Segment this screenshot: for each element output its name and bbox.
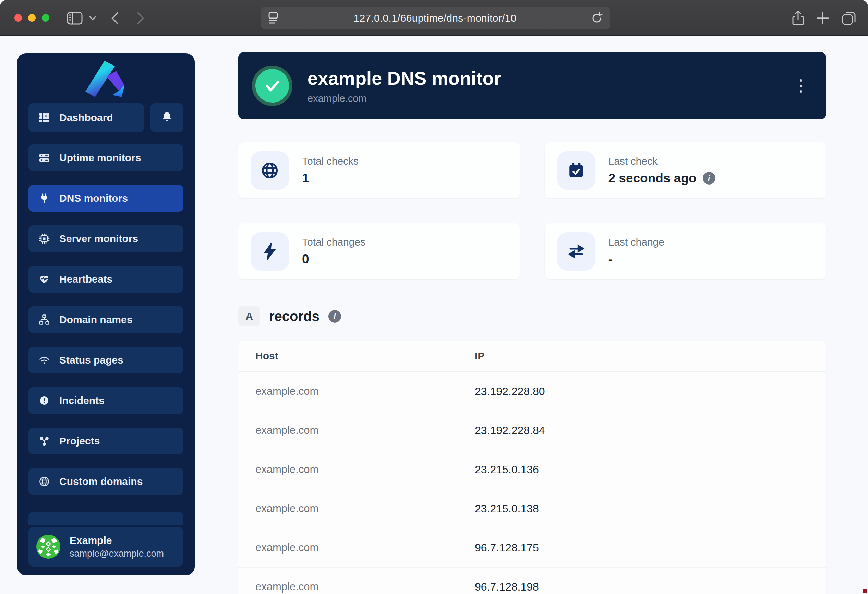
sidebar-item-incidents[interactable]: Incidents xyxy=(28,387,183,414)
sidebar-item-label: Custom domains xyxy=(59,476,143,487)
sidebar-item-label: Dashboard xyxy=(59,112,113,123)
stat-value: - xyxy=(608,252,613,266)
records-title: records xyxy=(269,309,319,324)
bolt-icon xyxy=(251,232,289,270)
dashboard-grid-icon xyxy=(38,112,50,123)
stat-card-total-checks: Total checks 1 xyxy=(238,142,520,198)
ip-cell: 23.215.0.138 xyxy=(475,502,539,515)
globe-icon xyxy=(251,151,289,190)
column-header-ip: IP xyxy=(475,350,484,362)
host-cell: example.com xyxy=(255,385,475,397)
stat-value: 2 seconds ago xyxy=(608,171,697,186)
sidebar-item-domain-names[interactable]: Domain names xyxy=(28,306,183,333)
table-row: example.com 23.192.228.84 xyxy=(238,411,826,450)
reload-icon[interactable] xyxy=(591,12,603,24)
url-text[interactable]: 127.0.0.1/66uptime/dns-monitor/10 xyxy=(279,12,591,24)
sidebar-item-partial[interactable] xyxy=(28,512,183,525)
server-stack-icon xyxy=(38,152,50,164)
globe-icon xyxy=(38,476,50,487)
sidebar-item-label: Incidents xyxy=(59,395,105,406)
stat-label: Total changes xyxy=(302,236,365,248)
sidebar-item-label: Uptime monitors xyxy=(59,152,141,164)
sidebar-item-uptime-monitors[interactable]: Uptime monitors xyxy=(28,144,183,171)
sidebar-item-label: Server monitors xyxy=(59,233,138,245)
table-row: example.com 96.7.128.198 xyxy=(238,567,826,594)
user-email: sample@example.com xyxy=(69,548,164,559)
browser-toolbar: 127.0.0.1/66uptime/dns-monitor/10 xyxy=(0,0,868,36)
stat-card-last-change: Last change - xyxy=(545,223,827,279)
tab-overview-icon[interactable] xyxy=(838,0,859,36)
app-logo xyxy=(28,59,183,98)
stats-grid: Total checks 1 Last check 2 seco xyxy=(238,142,826,279)
record-type-badge: A xyxy=(238,306,260,326)
exchange-arrows-icon xyxy=(557,232,595,270)
table-row: example.com 96.7.128.175 xyxy=(238,529,826,567)
sidebar-item-projects[interactable]: Projects xyxy=(28,428,183,454)
info-icon[interactable]: i xyxy=(703,172,716,185)
sidebar-item-label: Domain names xyxy=(59,314,132,325)
monitor-title: example DNS monitor xyxy=(307,68,501,89)
reader-view-icon[interactable] xyxy=(267,10,279,26)
sidebar-item-dns-monitors[interactable]: DNS monitors xyxy=(28,185,183,211)
sidebar-item-status-pages[interactable]: Status pages xyxy=(28,347,183,374)
window-close-button[interactable] xyxy=(15,14,22,22)
stat-label: Last check xyxy=(608,155,716,167)
host-cell: example.com xyxy=(255,542,475,554)
monitor-domain: example.com xyxy=(307,93,501,104)
screen: 127.0.0.1/66uptime/dns-monitor/10 xyxy=(0,0,868,594)
forward-button-icon[interactable] xyxy=(132,0,149,36)
stat-card-last-check: Last check 2 seconds ago i xyxy=(545,142,827,198)
alert-circle-icon xyxy=(38,395,50,406)
notifications-button[interactable] xyxy=(150,103,183,132)
main-content: example DNS monitor example.com Total ch… xyxy=(238,36,826,594)
host-cell: example.com xyxy=(255,502,475,515)
window-zoom-button[interactable] xyxy=(42,14,49,22)
stat-label: Total checks xyxy=(302,155,359,167)
stat-card-total-changes: Total changes 0 xyxy=(238,223,520,279)
host-cell: example.com xyxy=(255,463,475,476)
screen-artifact xyxy=(862,588,867,593)
new-tab-icon[interactable] xyxy=(813,0,833,36)
calendar-check-icon xyxy=(557,151,595,190)
monitor-header-card: example DNS monitor example.com xyxy=(238,52,826,119)
bell-icon xyxy=(161,111,173,124)
share-icon[interactable] xyxy=(788,0,807,36)
plug-icon xyxy=(38,192,50,204)
user-profile-card[interactable]: Example sample@example.com xyxy=(28,527,183,567)
status-up-check-icon xyxy=(252,65,292,106)
chevron-down-icon[interactable] xyxy=(86,0,99,36)
cpu-icon xyxy=(38,233,50,245)
sidebar-item-label: Status pages xyxy=(59,354,123,366)
info-icon[interactable]: i xyxy=(328,310,341,323)
column-header-host: Host xyxy=(255,350,475,362)
stat-value: 0 xyxy=(302,252,309,266)
wifi-icon xyxy=(38,354,50,366)
table-row: example.com 23.215.0.136 xyxy=(238,450,826,489)
ip-cell: 23.192.228.84 xyxy=(475,424,545,437)
sidebar-item-server-monitors[interactable]: Server monitors xyxy=(28,225,183,252)
sidebar-item-dashboard[interactable]: Dashboard xyxy=(28,103,144,132)
table-row: example.com 23.215.0.138 xyxy=(238,489,826,529)
back-button-icon[interactable] xyxy=(106,0,123,36)
sidebar-item-heartbeats[interactable]: Heartbeats xyxy=(28,266,183,293)
heart-pulse-icon xyxy=(38,273,50,285)
sidebar-item-label: Heartbeats xyxy=(59,273,112,285)
sidebar-toggle-icon[interactable] xyxy=(65,0,84,36)
host-cell: example.com xyxy=(255,581,475,593)
records-table: Host IP example.com 23.192.228.80 exampl… xyxy=(238,341,826,594)
table-header-row: Host IP xyxy=(238,341,826,372)
sidebar: Dashboard Uptime mon xyxy=(17,53,195,575)
user-name: Example xyxy=(69,535,164,546)
window-minimize-button[interactable] xyxy=(28,14,35,22)
ip-cell: 96.7.128.198 xyxy=(475,581,539,593)
address-bar[interactable]: 127.0.0.1/66uptime/dns-monitor/10 xyxy=(261,6,610,30)
kebab-menu-button[interactable] xyxy=(793,75,809,96)
share-nodes-icon xyxy=(38,435,50,447)
ip-cell: 96.7.128.175 xyxy=(475,542,539,554)
host-cell: example.com xyxy=(255,424,475,437)
stat-value: 1 xyxy=(302,171,309,186)
stat-label: Last change xyxy=(608,236,664,248)
ip-cell: 23.192.228.80 xyxy=(475,385,545,398)
table-row: example.com 23.192.228.80 xyxy=(238,372,826,411)
sidebar-item-custom-domains[interactable]: Custom domains xyxy=(28,468,183,495)
